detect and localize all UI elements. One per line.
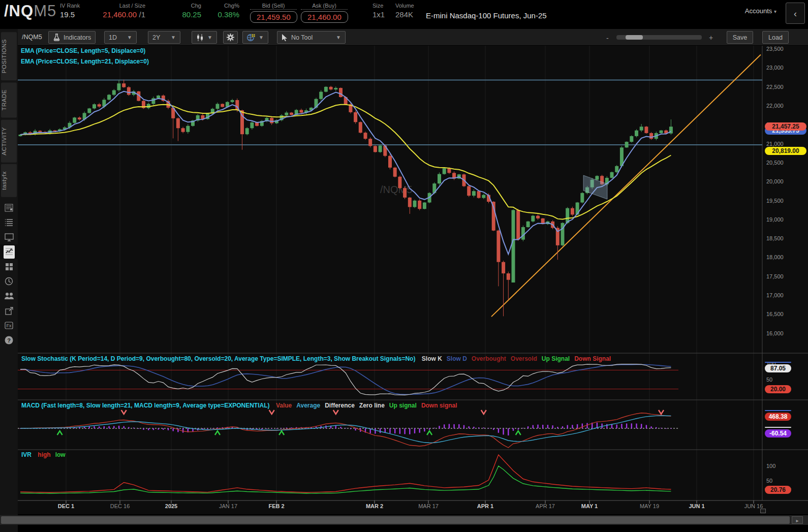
volume-label: Volume xyxy=(395,3,414,9)
interval-value: 1D xyxy=(109,34,117,41)
symbol-title: /NQM5 xyxy=(4,2,56,20)
stochastic-study-label[interactable]: Slow Stochastic (K Period=14, D Period=9… xyxy=(21,355,611,362)
drawing-tool-dropdown[interactable]: No Tool ▼ xyxy=(277,31,346,44)
ask-button[interactable]: 21,460.00 xyxy=(301,11,348,23)
contract-code: M5 xyxy=(34,2,56,20)
macd-down-signal-arrow xyxy=(659,410,664,414)
candle xyxy=(447,168,451,173)
sidebar-tab-activity[interactable]: ACTIVITY xyxy=(1,120,17,163)
candle xyxy=(595,176,599,179)
candle xyxy=(649,133,653,139)
candle xyxy=(122,83,126,87)
candle xyxy=(354,112,357,122)
zoom-slider-thumb[interactable] xyxy=(626,35,643,40)
candle xyxy=(157,96,160,98)
watchlist-icon[interactable] xyxy=(0,215,18,230)
candle xyxy=(245,128,249,134)
last-price-badge: 21,457.25 xyxy=(765,122,806,131)
chevron-down-icon: ▼ xyxy=(336,35,341,40)
candle xyxy=(285,113,288,115)
sidebar-tab-positions[interactable]: POSITIONS xyxy=(1,32,17,80)
fx-icon[interactable]: Fx xyxy=(0,318,18,333)
ivr-study-label[interactable]: IVR highlow xyxy=(21,451,66,458)
last-size-field: Last / Size 21,460.00 /1 xyxy=(90,3,145,19)
ema21-study-label[interactable]: EMA (Price=CLOSE, Length=21, Displace=0) xyxy=(21,58,149,65)
candle xyxy=(181,128,185,132)
ema5-study-label[interactable]: EMA (Price=CLOSE, Length=5, Displace=0) xyxy=(21,47,145,54)
zoom-out-button[interactable]: - xyxy=(606,34,609,42)
date-axis-label: MAY 19 xyxy=(640,503,659,509)
zoom-in-button[interactable]: + xyxy=(709,34,713,42)
legend-item: Up Signal xyxy=(542,355,570,362)
legend-item: Overbought xyxy=(472,355,506,362)
history-icon[interactable] xyxy=(0,274,18,289)
toolbar-symbol-label[interactable]: /NQM5 xyxy=(22,34,42,41)
scrollbar-thumb[interactable] xyxy=(1,516,790,524)
price-axis-tick: 19,500 xyxy=(766,198,784,204)
beaker-icon xyxy=(53,34,60,41)
ivr-legend: highlow xyxy=(33,451,65,458)
size-value: 1x1 xyxy=(372,10,385,19)
flexible-grid-icon xyxy=(247,34,256,41)
chart-settings-button[interactable] xyxy=(223,31,238,44)
save-button[interactable]: Save xyxy=(727,31,753,44)
axis-corner-button[interactable] xyxy=(760,509,766,513)
range-dropdown[interactable]: 2Y ▼ xyxy=(148,31,180,44)
chg-pct-field: Chg% 0.38% xyxy=(211,3,239,19)
macd-legend: ValueAverageDifferenceZero lineUp signal… xyxy=(271,402,457,409)
quote-header: /NQM5 IV Rank 19.5 Last / Size 21,460.00… xyxy=(0,0,808,29)
candle xyxy=(216,104,220,109)
macd-up-signal-arrow xyxy=(427,431,432,435)
price-axis-tick: 21,000 xyxy=(766,141,784,147)
export-icon[interactable] xyxy=(0,303,18,318)
date-axis-label: FEB 2 xyxy=(268,503,284,509)
chart-canvas[interactable]: /NQM5 xyxy=(18,46,808,514)
bid-button[interactable]: 21,459.50 xyxy=(250,11,297,23)
legend-item: Slow K xyxy=(422,355,442,362)
collapse-panel-button[interactable]: ‹ xyxy=(786,3,805,24)
grid-icon[interactable] xyxy=(0,259,18,274)
date-axis-label: JUN 1 xyxy=(689,503,704,509)
news-icon[interactable] xyxy=(0,200,18,215)
grid-layout-dropdown[interactable]: ▼ xyxy=(242,31,268,44)
candle xyxy=(482,195,485,198)
date-axis-label: JAN 17 xyxy=(219,503,237,509)
zoom-slider[interactable] xyxy=(616,35,702,40)
legend-item: Value xyxy=(276,402,292,409)
monitor-icon[interactable] xyxy=(0,230,18,244)
date-axis-label: 2025 xyxy=(165,503,177,509)
load-button[interactable]: Load xyxy=(762,31,789,44)
chg-label: Chg xyxy=(173,3,201,9)
community-icon[interactable] xyxy=(0,289,18,303)
chart-icon[interactable] xyxy=(0,244,18,259)
chevron-down-icon: ▾ xyxy=(774,9,776,14)
indicators-button[interactable]: Indicators xyxy=(48,31,96,44)
chart-panel[interactable]: /NQM5 EMA (Price=CLOSE, Length=5, Displa… xyxy=(18,46,808,514)
scrollbar-right-button[interactable]: ▸ xyxy=(792,516,803,524)
price-axis-tick: 17,000 xyxy=(766,292,784,298)
macd-down-signal-arrow xyxy=(269,410,274,414)
svg-text:Fx: Fx xyxy=(7,323,12,328)
price-axis-tick: 18,500 xyxy=(766,235,784,241)
bid-label: Bid (Sell) xyxy=(250,3,297,10)
candle xyxy=(443,168,446,174)
accounts-dropdown[interactable]: Accounts ▾ xyxy=(745,7,776,15)
macd-study-label[interactable]: MACD (Fast length=8, Slow length=21, MAC… xyxy=(21,402,457,409)
candle xyxy=(290,113,293,115)
candle xyxy=(526,222,530,227)
candle xyxy=(379,146,382,152)
candle xyxy=(640,127,643,130)
candle xyxy=(418,201,421,209)
chart-toolbar: /NQM5 Indicators 1D ▼ 2Y ▼ ▼ ▼ No Tool ▼… xyxy=(18,29,808,46)
sidebar-tab-tastyfx[interactable]: tastyfx xyxy=(1,164,17,197)
horizontal-scrollbar[interactable]: ▸ xyxy=(0,515,808,525)
sidebar-tab-trade[interactable]: TRADE xyxy=(1,82,17,117)
candle xyxy=(231,100,234,102)
chart-type-dropdown[interactable]: ▼ xyxy=(192,31,217,44)
candle xyxy=(438,174,441,184)
help-icon[interactable]: ? xyxy=(0,333,18,348)
legend-item: Up signal xyxy=(389,402,417,409)
interval-dropdown[interactable]: 1D ▼ xyxy=(104,31,137,44)
ema21-value-badge: 20,819.00 xyxy=(765,147,806,155)
iv-rank-field: IV Rank 19.5 xyxy=(60,3,80,19)
